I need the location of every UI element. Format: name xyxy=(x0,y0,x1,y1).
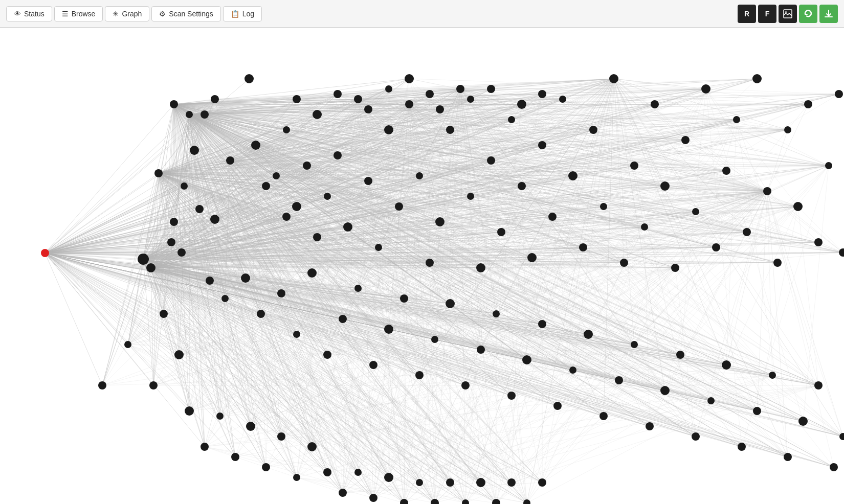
tab-scan-settings[interactable]: ⚙ Scan Settings xyxy=(151,6,220,21)
refresh-icon xyxy=(804,9,813,18)
toolbar-right: R F xyxy=(738,5,838,23)
browse-icon: ☰ xyxy=(62,10,69,18)
tab-log[interactable]: 📋 Log xyxy=(223,6,262,21)
tab-status[interactable]: 👁 Status xyxy=(6,6,52,21)
f-button[interactable]: F xyxy=(758,5,776,23)
toolbar: 👁 Status ☰ Browse ✳ Graph ⚙ Scan Setting… xyxy=(0,0,844,28)
svg-point-1 xyxy=(785,11,787,13)
graph-canvas[interactable] xyxy=(0,28,844,504)
image-icon xyxy=(783,9,792,18)
gear-icon: ⚙ xyxy=(159,10,166,18)
eye-icon: 👁 xyxy=(14,10,21,18)
download-icon xyxy=(824,9,833,18)
tab-graph-label: Graph xyxy=(122,10,142,18)
tab-status-label: Status xyxy=(24,10,45,18)
graph-icon: ✳ xyxy=(113,10,119,18)
tab-graph[interactable]: ✳ Graph xyxy=(105,6,149,21)
tab-log-label: Log xyxy=(242,10,254,18)
log-icon: 📋 xyxy=(231,10,239,18)
tab-browse-label: Browse xyxy=(72,10,96,18)
tab-browse[interactable]: ☰ Browse xyxy=(54,6,103,21)
graph-area[interactable] xyxy=(0,28,844,504)
tab-scan-settings-label: Scan Settings xyxy=(169,10,213,18)
download-button[interactable] xyxy=(819,5,838,23)
r-button[interactable]: R xyxy=(738,5,756,23)
image-button[interactable] xyxy=(779,5,797,23)
refresh-button[interactable] xyxy=(799,5,817,23)
toolbar-left: 👁 Status ☰ Browse ✳ Graph ⚙ Scan Setting… xyxy=(6,6,262,21)
